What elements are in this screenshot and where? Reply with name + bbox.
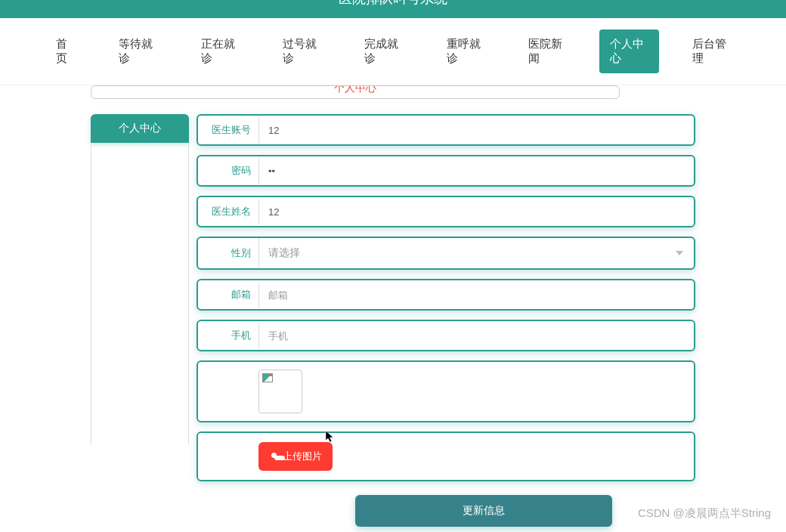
sidebar-tab-personal[interactable]: 个人中心 [91, 114, 189, 143]
nav-passed[interactable]: 过号就诊 [272, 29, 331, 73]
row-phone: 手机 [196, 320, 695, 351]
watermark: CSDN @凌晨两点半String [638, 506, 771, 521]
nav-finished[interactable]: 完成就诊 [354, 29, 413, 73]
content: 个人中心 个人中心 医生账号 密码 医生姓名 [0, 85, 786, 532]
nav-home[interactable]: 首页 [45, 29, 85, 73]
row-email: 邮箱 [196, 279, 695, 311]
header-bar: 医院排队叫号系统 [0, 0, 786, 18]
nav-news[interactable]: 医院新闻 [518, 29, 577, 73]
chevron-down-icon [676, 251, 683, 255]
row-image-preview [196, 360, 695, 422]
label-gender: 性别 [198, 246, 258, 260]
nav-admin[interactable]: 后台管理 [682, 29, 741, 73]
select-gender[interactable]: 请选择 [258, 238, 694, 268]
broken-image-icon [262, 373, 273, 384]
nav-current[interactable]: 正在就诊 [190, 29, 249, 73]
input-password[interactable] [258, 158, 694, 184]
label-password: 密码 [198, 164, 258, 178]
nav-bar: 首页 等待就诊 正在就诊 过号就诊 完成就诊 重呼就诊 医院新闻 个人中心 后台… [0, 18, 786, 85]
label-account: 医生账号 [198, 123, 258, 137]
header-title: 医院排队叫号系统 [339, 0, 447, 3]
form-panel: 医生账号 密码 医生姓名 性别 请选择 [189, 114, 695, 532]
top-card: 个人中心 [91, 85, 620, 99]
nav-recall[interactable]: 重呼就诊 [436, 29, 495, 73]
actions-group: 更新信息 退出登录 [196, 495, 695, 532]
cloud-upload-icon [269, 453, 280, 460]
nav-personal-center[interactable]: 个人中心 [599, 29, 658, 73]
input-account[interactable] [258, 117, 694, 144]
label-phone: 手机 [198, 329, 258, 342]
nav-waiting[interactable]: 等待就诊 [108, 29, 167, 73]
update-button[interactable]: 更新信息 [355, 495, 612, 527]
row-account: 医生账号 [196, 114, 695, 146]
label-email: 邮箱 [198, 288, 258, 302]
top-card-text: 个人中心 [334, 85, 376, 95]
sidebar: 个人中心 [91, 114, 189, 532]
row-upload: 上传图片 [196, 431, 695, 481]
input-email[interactable] [258, 282, 694, 308]
image-preview[interactable] [258, 370, 302, 413]
select-gender-placeholder: 请选择 [268, 246, 300, 260]
row-password: 密码 [196, 155, 695, 187]
row-name: 医生姓名 [196, 196, 695, 227]
input-name[interactable] [258, 199, 694, 225]
row-gender: 性别 请选择 [196, 237, 695, 270]
upload-button-label: 上传图片 [283, 450, 322, 463]
sidebar-body [91, 143, 189, 445]
label-name: 医生姓名 [198, 205, 258, 218]
input-phone[interactable] [258, 323, 694, 349]
upload-image-button[interactable]: 上传图片 [258, 442, 333, 471]
